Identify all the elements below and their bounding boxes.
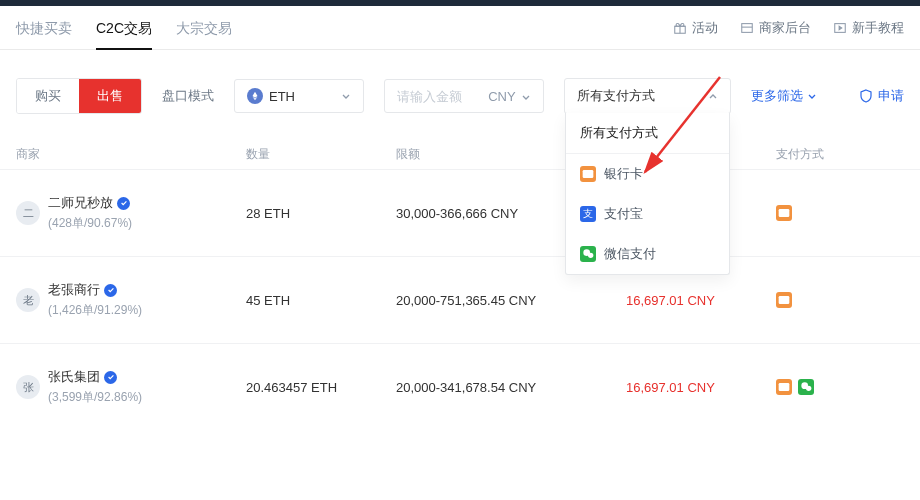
- sell-button[interactable]: 出售: [79, 79, 141, 113]
- merchant-stats: (3,599单/92.86%): [48, 389, 142, 406]
- verified-icon: [117, 197, 130, 210]
- chevron-down-icon: [341, 91, 351, 101]
- shop-icon: [740, 21, 754, 35]
- svg-rect-3: [583, 170, 594, 178]
- merchant-stats: (1,426单/91.29%): [48, 302, 142, 319]
- wechat-icon: [798, 379, 814, 395]
- avatar: 老: [16, 288, 40, 312]
- eth-icon: [247, 88, 263, 104]
- tutorial-label: 新手教程: [852, 19, 904, 37]
- th-pay: 支付方式: [776, 146, 904, 163]
- payment-dropdown-menu: 所有支付方式 银行卡 支 支付宝 微信支付: [565, 113, 730, 275]
- avatar: 张: [16, 375, 40, 399]
- gift-icon: [673, 21, 687, 35]
- chevron-down-icon: [807, 91, 817, 101]
- pay-methods-cell: [776, 379, 904, 395]
- buy-sell-toggle: 购买 出售: [16, 78, 142, 114]
- svg-point-5: [588, 253, 593, 258]
- apply-label: 申请: [878, 87, 904, 105]
- verified-icon: [104, 371, 117, 384]
- svg-rect-6: [779, 209, 790, 217]
- chevron-down-icon: [521, 92, 531, 102]
- qty-cell: 45 ETH: [246, 293, 396, 308]
- table-row[interactable]: 老老張商行 (1,426单/91.29%)45 ETH20,000-751,36…: [0, 256, 920, 343]
- price-cell: 16,697.01 CNY: [626, 293, 776, 308]
- card-icon: [776, 379, 792, 395]
- price-cell: 16,697.01 CNY: [626, 380, 776, 395]
- play-icon: [833, 21, 847, 35]
- th-merchant: 商家: [16, 146, 246, 163]
- avatar: 二: [16, 201, 40, 225]
- table-row[interactable]: 二二师兄秒放 (428单/90.67%)28 ETH30,000-366,666…: [0, 169, 920, 256]
- nav-tab-block[interactable]: 大宗交易: [176, 6, 232, 50]
- svg-point-10: [806, 386, 811, 391]
- pay-methods-cell: [776, 205, 904, 221]
- activity-label: 活动: [692, 19, 718, 37]
- pay-option-label: 支付宝: [604, 205, 643, 223]
- pay-option-label: 微信支付: [604, 245, 656, 263]
- limit-cell: 20,000-341,678.54 CNY: [396, 380, 626, 395]
- payment-dropdown: 所有支付方式 所有支付方式 银行卡 支 支付宝 微信支付: [564, 78, 731, 114]
- merchant-back-label: 商家后台: [759, 19, 811, 37]
- wechat-icon: [580, 246, 596, 262]
- coin-label: ETH: [269, 89, 295, 104]
- pay-option-label: 所有支付方式: [580, 124, 658, 142]
- more-filter-label: 更多筛选: [751, 87, 803, 105]
- payment-dropdown-trigger[interactable]: 所有支付方式: [565, 79, 730, 113]
- activity-link[interactable]: 活动: [673, 19, 718, 37]
- buy-button[interactable]: 购买: [17, 79, 79, 113]
- nav-tab-c2c[interactable]: C2C交易: [96, 6, 152, 50]
- pay-methods-cell: [776, 292, 904, 308]
- merchant-name: 二师兄秒放: [48, 194, 132, 212]
- th-qty: 数量: [246, 146, 396, 163]
- verified-icon: [104, 284, 117, 297]
- currency-selector[interactable]: CNY: [488, 89, 531, 104]
- pay-option-all[interactable]: 所有支付方式: [566, 113, 729, 154]
- chevron-up-icon: [708, 91, 718, 101]
- orderbook-mode-link[interactable]: 盘口模式: [162, 87, 214, 105]
- currency-label: CNY: [488, 89, 515, 104]
- coin-select[interactable]: ETH: [234, 79, 364, 113]
- merchant-stats: (428单/90.67%): [48, 215, 132, 232]
- svg-rect-8: [779, 383, 790, 391]
- pay-option-label: 银行卡: [604, 165, 643, 183]
- card-icon: [776, 292, 792, 308]
- card-icon: [776, 205, 792, 221]
- svg-rect-1: [742, 23, 753, 32]
- nav-tab-quick[interactable]: 快捷买卖: [16, 6, 72, 50]
- amount-input[interactable]: [397, 89, 477, 104]
- apply-link[interactable]: 申请: [859, 87, 904, 105]
- merchant-name: 张氏集团: [48, 368, 142, 386]
- merchant-back-link[interactable]: 商家后台: [740, 19, 811, 37]
- limit-cell: 20,000-751,365.45 CNY: [396, 293, 626, 308]
- merchant-name: 老張商行: [48, 281, 142, 299]
- card-icon: [580, 166, 596, 182]
- qty-cell: 28 ETH: [246, 206, 396, 221]
- amount-box: CNY: [384, 79, 544, 113]
- tutorial-link[interactable]: 新手教程: [833, 19, 904, 37]
- more-filter-link[interactable]: 更多筛选: [751, 87, 817, 105]
- payment-trigger-label: 所有支付方式: [577, 87, 655, 105]
- shield-icon: [859, 89, 873, 103]
- table-row[interactable]: 张张氏集团 (3,599单/92.86%)20.463457 ETH20,000…: [0, 343, 920, 430]
- pay-option-alipay[interactable]: 支 支付宝: [566, 194, 729, 234]
- pay-option-wechat[interactable]: 微信支付: [566, 234, 729, 274]
- pay-option-card[interactable]: 银行卡: [566, 154, 729, 194]
- qty-cell: 20.463457 ETH: [246, 380, 396, 395]
- alipay-icon: 支: [580, 206, 596, 222]
- svg-rect-7: [779, 296, 790, 304]
